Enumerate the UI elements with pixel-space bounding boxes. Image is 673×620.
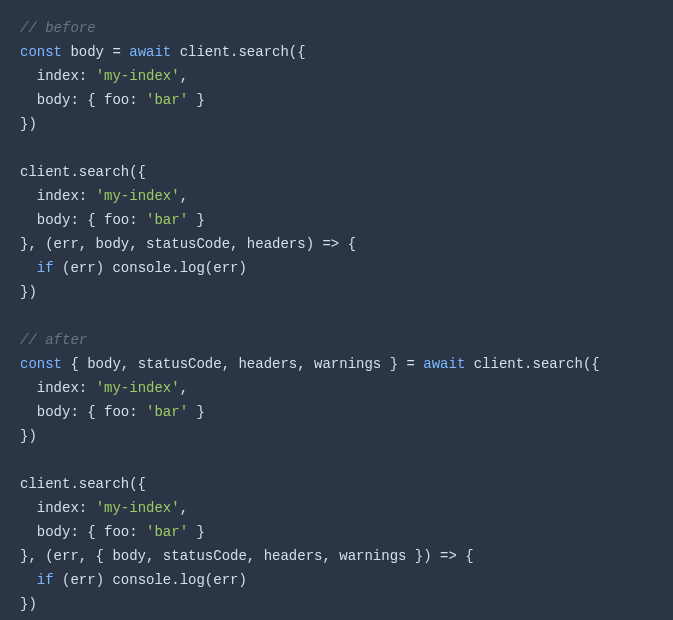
code-token: , — [180, 500, 188, 516]
code-token: const — [20, 44, 62, 60]
code-token: }) — [20, 116, 37, 132]
code-line: }, (err, body, statusCode, headers) => { — [20, 232, 653, 256]
code-token: }) — [20, 284, 37, 300]
code-token: if — [37, 572, 54, 588]
code-token: 'bar' — [146, 524, 188, 540]
code-token: await — [129, 44, 171, 60]
code-line: }) — [20, 280, 653, 304]
code-token: , — [180, 188, 188, 204]
code-token: (err) console.log(err) — [54, 260, 247, 276]
code-line: client.search({ — [20, 160, 653, 184]
code-token: body: { foo: — [20, 212, 146, 228]
code-token: }) — [20, 596, 37, 612]
code-token: body: { foo: — [20, 404, 146, 420]
code-line: }) — [20, 592, 653, 616]
code-line: index: 'my-index', — [20, 184, 653, 208]
code-token: , — [180, 68, 188, 84]
code-line: }, (err, { body, statusCode, headers, wa… — [20, 544, 653, 568]
code-line: const { body, statusCode, headers, warni… — [20, 352, 653, 376]
code-token: index: — [20, 68, 96, 84]
code-token: index: — [20, 380, 96, 396]
code-line: body: { foo: 'bar' } — [20, 88, 653, 112]
code-token: } — [188, 212, 205, 228]
code-line: // after — [20, 328, 653, 352]
code-token: 'my-index' — [96, 380, 180, 396]
code-token: body: { foo: — [20, 524, 146, 540]
code-token: { body, statusCode, headers, warnings } … — [62, 356, 423, 372]
code-token: client.search({ — [20, 164, 146, 180]
code-token: }) — [20, 428, 37, 444]
code-token — [20, 260, 37, 276]
code-token: 'bar' — [146, 212, 188, 228]
code-token: }, (err, { body, statusCode, headers, wa… — [20, 548, 474, 564]
code-line: client.search({ — [20, 472, 653, 496]
code-line — [20, 304, 653, 328]
code-line: index: 'my-index', — [20, 64, 653, 88]
code-token: }, (err, body, statusCode, headers) => { — [20, 236, 356, 252]
code-line: index: 'my-index', — [20, 496, 653, 520]
code-token: 'bar' — [146, 404, 188, 420]
code-block: // beforeconst body = await client.searc… — [20, 16, 653, 616]
code-token: body: { foo: — [20, 92, 146, 108]
code-token: 'my-index' — [96, 68, 180, 84]
code-token: client.search({ — [20, 476, 146, 492]
code-line — [20, 136, 653, 160]
code-line: }) — [20, 112, 653, 136]
code-token: 'my-index' — [96, 500, 180, 516]
code-token — [20, 572, 37, 588]
code-token: (err) console.log(err) — [54, 572, 247, 588]
code-line: body: { foo: 'bar' } — [20, 520, 653, 544]
code-token: 'bar' — [146, 92, 188, 108]
code-line: // before — [20, 16, 653, 40]
code-line: index: 'my-index', — [20, 376, 653, 400]
code-token: index: — [20, 500, 96, 516]
code-line: body: { foo: 'bar' } — [20, 400, 653, 424]
code-line: if (err) console.log(err) — [20, 256, 653, 280]
code-token: const — [20, 356, 62, 372]
code-token: client.search({ — [171, 44, 305, 60]
code-token: // after — [20, 332, 87, 348]
code-token: } — [188, 524, 205, 540]
code-token: 'my-index' — [96, 188, 180, 204]
code-line: body: { foo: 'bar' } — [20, 208, 653, 232]
code-token: client.search({ — [465, 356, 599, 372]
code-line: const body = await client.search({ — [20, 40, 653, 64]
code-token: , — [180, 380, 188, 396]
code-token: } — [188, 92, 205, 108]
code-token: await — [423, 356, 465, 372]
code-token: index: — [20, 188, 96, 204]
code-line: }) — [20, 424, 653, 448]
code-token: // before — [20, 20, 96, 36]
code-line — [20, 448, 653, 472]
code-token: body = — [62, 44, 129, 60]
code-line: if (err) console.log(err) — [20, 568, 653, 592]
code-token: } — [188, 404, 205, 420]
code-token: if — [37, 260, 54, 276]
